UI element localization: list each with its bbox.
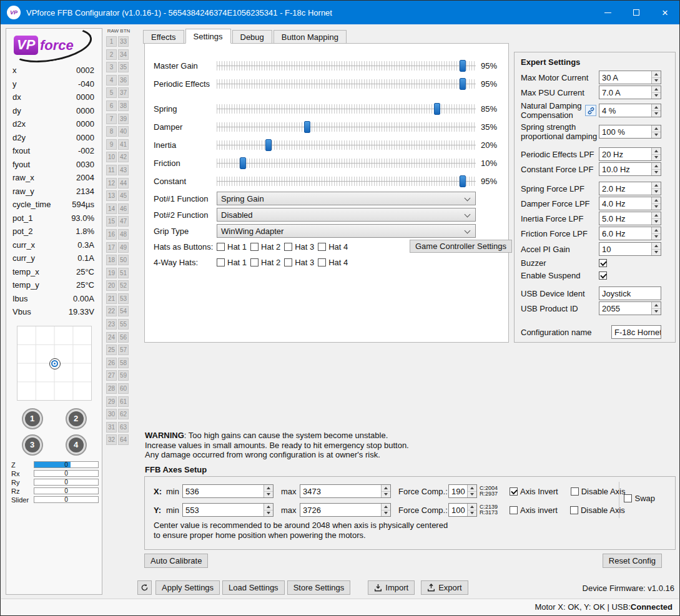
spin-down-button[interactable]	[652, 111, 661, 117]
hat-checkbox[interactable]	[284, 258, 292, 266]
spin-up-button[interactable]	[652, 182, 661, 189]
slider-handle[interactable]	[460, 175, 466, 187]
hat-checkbox[interactable]	[250, 243, 259, 251]
spin-up-button[interactable]	[652, 148, 661, 155]
hat-checkbox-item[interactable]: Hat 1	[217, 258, 247, 267]
tab-debug[interactable]: Debug	[232, 30, 272, 44]
spin-up-button[interactable]	[652, 86, 661, 93]
axis-max-spinbox[interactable]: 3473	[300, 484, 391, 498]
slider-handle[interactable]	[265, 139, 272, 151]
spin-down-button[interactable]	[264, 492, 273, 498]
slider-track[interactable]	[217, 140, 476, 150]
axis-max-spinbox[interactable]: 3726	[300, 503, 391, 517]
slider-track[interactable]	[217, 177, 476, 186]
tab-effects[interactable]: Effects	[143, 30, 184, 44]
spin-down-button[interactable]	[652, 204, 661, 210]
spin-down-button[interactable]	[468, 511, 476, 517]
hat-checkbox-item[interactable]: Hat 4	[318, 242, 348, 252]
axis-min-spinbox[interactable]: 553	[182, 503, 273, 517]
spin-up-button[interactable]	[264, 504, 273, 511]
spin-up-button[interactable]	[652, 163, 661, 170]
slider-track[interactable]	[217, 159, 476, 168]
spin-up-button[interactable]	[382, 504, 390, 511]
slider-handle[interactable]	[240, 157, 246, 169]
slider-handle[interactable]	[304, 121, 310, 133]
spin-down-button[interactable]	[652, 78, 661, 84]
spin-up-button[interactable]	[652, 227, 661, 234]
slider-handle[interactable]	[460, 60, 466, 72]
slider-track[interactable]	[217, 122, 476, 132]
hat-checkbox-item[interactable]: Hat 4	[318, 258, 348, 267]
hat-checkbox[interactable]	[250, 258, 259, 266]
spin-down-button[interactable]	[382, 511, 390, 517]
axis-min-spinbox[interactable]: 536	[182, 484, 273, 498]
combobox-pot-1-function[interactable]: Spring Gain	[217, 192, 476, 205]
hat-checkbox[interactable]	[318, 243, 326, 251]
spin-down-button[interactable]	[382, 492, 390, 498]
link-button[interactable]	[585, 105, 596, 116]
expert-text-input[interactable]: F-18c Hornet	[611, 325, 661, 339]
spin-up-button[interactable]	[652, 212, 661, 219]
reset-config-button[interactable]: Reset Config	[603, 554, 662, 568]
spin-down-button[interactable]	[652, 93, 661, 99]
spin-up-button[interactable]	[652, 302, 661, 309]
expert-spinbox[interactable]: 4.0 Hz	[599, 197, 661, 210]
swap-checkbox-item[interactable]: Swap	[624, 494, 655, 503]
spin-up-button[interactable]	[652, 104, 661, 111]
hat-checkbox[interactable]	[318, 258, 326, 266]
spin-down-button[interactable]	[652, 250, 661, 256]
hat-checkbox[interactable]	[284, 243, 292, 251]
slider-track[interactable]	[217, 104, 476, 114]
expert-spinbox[interactable]: 30 A	[599, 71, 661, 84]
expert-checkbox[interactable]	[599, 271, 607, 280]
expert-spinbox[interactable]: 100 %	[599, 125, 661, 139]
hat-checkbox-item[interactable]: Hat 3	[284, 242, 314, 252]
spin-down-button[interactable]	[652, 132, 661, 139]
expert-text-input[interactable]: Joystick	[599, 286, 661, 300]
axis-invert-checkbox-item[interactable]: Axis invert	[510, 506, 558, 515]
game-controller-settings-button[interactable]: Game Controller Settings	[410, 240, 512, 253]
tab-settings[interactable]: Settings	[185, 29, 231, 44]
expert-spinbox[interactable]: 6.0 Hz	[599, 227, 661, 240]
disable-axis-checkbox-item[interactable]: Disable Axis	[571, 487, 626, 496]
import-button[interactable]: Import	[368, 580, 415, 595]
force-comp-spinbox[interactable]: 190	[448, 484, 477, 498]
slider-track[interactable]	[217, 61, 476, 71]
hat-checkbox-item[interactable]: Hat 1	[217, 242, 247, 252]
axis-invert-checkbox-item[interactable]: Axis Invert	[510, 487, 558, 496]
slider-handle[interactable]	[434, 103, 440, 115]
spin-up-button[interactable]	[468, 504, 476, 511]
spin-down-button[interactable]	[652, 155, 661, 161]
swap-checkbox[interactable]	[624, 494, 632, 502]
expert-spinbox[interactable]: 20 Hz	[599, 147, 661, 161]
axis-invert-checkbox[interactable]	[510, 506, 518, 514]
spin-up-button[interactable]	[382, 485, 390, 492]
spin-up-button[interactable]	[652, 71, 661, 78]
disable-axis-checkbox[interactable]	[570, 506, 578, 514]
spin-down-button[interactable]	[652, 309, 661, 315]
spin-down-button[interactable]	[468, 492, 476, 498]
spin-down-button[interactable]	[652, 219, 661, 225]
spin-up-button[interactable]	[264, 485, 273, 492]
disable-axis-checkbox[interactable]	[571, 487, 579, 496]
spin-down-button[interactable]	[652, 234, 661, 240]
expert-spinbox[interactable]: 4 %	[599, 104, 661, 117]
hat-checkbox-item[interactable]: Hat 2	[250, 258, 280, 267]
axis-invert-checkbox[interactable]	[510, 487, 518, 496]
close-button[interactable]: ×	[651, 1, 679, 24]
expert-spinbox[interactable]: 5.0 Hz	[599, 212, 661, 225]
load-settings-button[interactable]: Load Settings	[222, 580, 285, 595]
auto-calibrate-button[interactable]: Auto Calibrate	[144, 554, 208, 568]
combobox-grip-type[interactable]: WinWing Adapter	[217, 224, 476, 238]
hat-checkbox[interactable]	[217, 243, 225, 251]
slider-track[interactable]	[217, 79, 476, 89]
hat-checkbox-item[interactable]: Hat 3	[284, 258, 314, 267]
expert-spinbox[interactable]: 7.0 A	[599, 86, 661, 99]
store-settings-button[interactable]: Store Settings	[287, 580, 351, 595]
slider-handle[interactable]	[460, 78, 466, 90]
maximize-button[interactable]	[622, 1, 651, 24]
export-button[interactable]: Export	[421, 580, 468, 595]
spin-down-button[interactable]	[652, 189, 661, 195]
combobox-pot-2-function[interactable]: Disabled	[217, 208, 476, 222]
refresh-button[interactable]	[137, 580, 152, 595]
